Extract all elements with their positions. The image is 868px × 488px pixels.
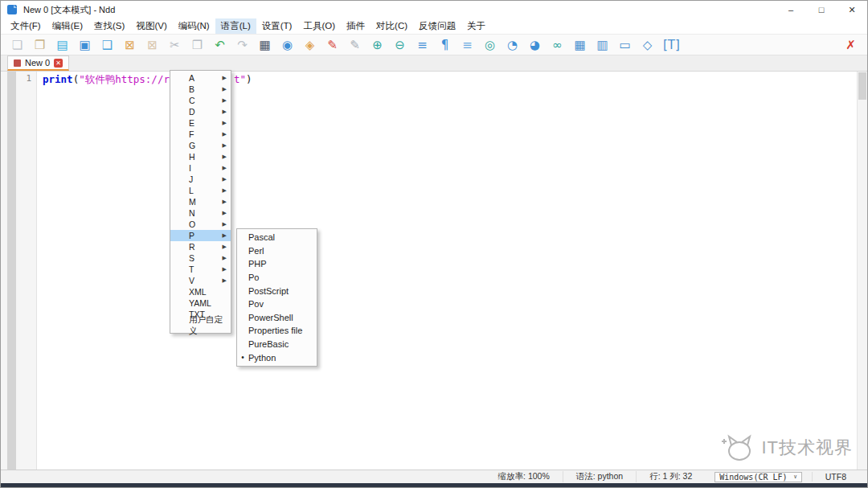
language-submenu-item[interactable]: PureBasic: [237, 338, 317, 351]
language-menu-item[interactable]: A ▶: [170, 72, 231, 84]
save-all-icon[interactable]: ▣: [78, 39, 92, 51]
language-menu-item[interactable]: T ▶: [170, 264, 231, 275]
sort-lines-icon[interactable]: ≡: [416, 39, 429, 51]
language-submenu-item[interactable]: Perl: [237, 244, 317, 258]
new-file-icon[interactable]: ❏: [10, 39, 24, 51]
link-infinity-icon[interactable]: ∞: [551, 39, 564, 51]
language-menu-item[interactable]: 用户自定义: [170, 320, 231, 331]
monitor-icon[interactable]: ▭: [618, 39, 632, 51]
text-format-icon[interactable]: [T]: [663, 39, 677, 51]
copy-icon[interactable]: ❑: [100, 39, 114, 51]
language-submenu-item-label: Pov: [248, 299, 317, 309]
language-submenu-item[interactable]: Po: [237, 271, 317, 285]
language-menu-item[interactable]: XML: [170, 286, 231, 297]
menu-item[interactable]: 视图(V): [130, 18, 172, 34]
window-title: New 0 [文本模式] - Ndd: [23, 4, 115, 16]
language-submenu-item[interactable]: Properties file: [237, 324, 317, 338]
language-menu-item-label: L: [189, 186, 223, 195]
zoom-in-icon[interactable]: ⊕: [371, 39, 384, 51]
language-menu-item[interactable]: E ▶: [170, 117, 231, 129]
tab-close-icon[interactable]: ✕: [54, 59, 63, 68]
language-submenu-item-label: PowerShell: [248, 313, 317, 322]
submenu-arrow-icon: ▶: [223, 221, 227, 228]
menu-item[interactable]: 语言(L): [215, 18, 256, 34]
language-submenu-item[interactable]: PHP: [237, 257, 317, 271]
close-red-icon[interactable]: ✗: [844, 39, 858, 51]
menu-item[interactable]: 查找(S): [88, 18, 130, 34]
language-submenu-item[interactable]: Pascal: [237, 231, 317, 244]
language-submenu-item[interactable]: PostScript: [237, 284, 317, 297]
close-doc-icon[interactable]: ⊠: [123, 39, 137, 51]
submenu-arrow-icon: ▶: [223, 277, 227, 284]
save-icon[interactable]: ▤: [55, 39, 69, 51]
column-mode-icon[interactable]: ▥: [596, 39, 609, 51]
history-clock-icon[interactable]: ◔: [506, 39, 519, 51]
language-menu-item[interactable]: D ▶: [170, 106, 231, 117]
language-menu-item[interactable]: P ▶: [170, 230, 231, 241]
language-menu-item[interactable]: I ▶: [170, 162, 231, 174]
language-menu-item-label: XML: [189, 287, 227, 297]
scrollbar-thumb[interactable]: [858, 72, 866, 100]
menu-item[interactable]: 文件(F): [5, 18, 47, 34]
menu-item[interactable]: 关于: [461, 18, 491, 34]
paste-icon[interactable]: ❒: [190, 39, 204, 51]
open-file-icon[interactable]: ❐: [33, 39, 47, 51]
share-graph-icon[interactable]: ◇: [641, 39, 654, 51]
replace-icon[interactable]: ◈: [303, 39, 317, 51]
timer-clock-icon[interactable]: ◕: [528, 39, 542, 51]
language-menu-item-label: A: [189, 73, 223, 83]
editor-area[interactable]: 1 print("软件鸭https://rt"): [1, 72, 867, 470]
minimize-button[interactable]: –: [776, 1, 806, 18]
language-submenu-item-label: Po: [248, 273, 317, 282]
print-icon[interactable]: ▦: [258, 39, 272, 51]
submenu-arrow-icon: ▶: [223, 244, 227, 250]
language-menu-item[interactable]: S ▶: [170, 252, 231, 264]
record-pencil-icon[interactable]: ✎: [326, 39, 339, 51]
focus-mode-icon[interactable]: ◎: [483, 39, 497, 51]
language-menu-item[interactable]: M ▶: [170, 196, 231, 207]
language-menu-item[interactable]: N ▶: [170, 207, 231, 219]
language-menu-item-label: G: [189, 141, 223, 150]
submenu-arrow-icon: ▶: [223, 97, 227, 104]
menu-item[interactable]: 对比(C): [371, 18, 413, 34]
eol-mode-dropdown[interactable]: Windows(CR LF) ∨: [714, 472, 802, 482]
tab-new0[interactable]: New 0 ✕: [7, 55, 69, 71]
vertical-scrollbar[interactable]: [857, 72, 867, 470]
language-menu-item[interactable]: C ▶: [170, 95, 231, 106]
cut-icon[interactable]: ✂: [168, 39, 182, 51]
language-submenu-item[interactable]: Pov: [237, 297, 317, 311]
maximize-button[interactable]: □: [806, 1, 837, 18]
language-menu-item[interactable]: L ▶: [170, 185, 231, 196]
language-menu-item[interactable]: R ▶: [170, 241, 231, 252]
find-icon[interactable]: ◉: [280, 39, 294, 51]
language-menu-item[interactable]: F ▶: [170, 129, 231, 140]
language-menu-item[interactable]: YAML: [170, 297, 231, 309]
language-menu-item[interactable]: V ▶: [170, 275, 231, 286]
redo-icon[interactable]: ↷: [235, 39, 249, 51]
indent-guide-icon[interactable]: ≡: [461, 39, 474, 51]
language-menu-item[interactable]: J ▶: [170, 174, 231, 185]
language-menu-item[interactable]: B ▶: [170, 84, 231, 95]
show-symbols-icon[interactable]: ¶: [438, 39, 452, 51]
grid-view-icon[interactable]: ▦: [573, 39, 587, 51]
menu-item[interactable]: 编码(N): [173, 18, 215, 34]
code-string-right: t": [234, 73, 246, 85]
language-submenu-item[interactable]: PowerShell: [237, 311, 317, 325]
undo-icon[interactable]: ↶: [213, 39, 227, 51]
language-menu-item[interactable]: G ▶: [170, 140, 231, 151]
menu-item[interactable]: 工具(O): [297, 18, 341, 34]
close-button[interactable]: ✕: [837, 1, 867, 18]
editor-left-edge: [1, 72, 7, 470]
language-menu-item[interactable]: O ▶: [170, 219, 231, 230]
language-menu-item[interactable]: H ▶: [170, 151, 231, 162]
menu-item[interactable]: 反馈问题: [413, 18, 461, 34]
menu-item[interactable]: 插件: [341, 18, 371, 34]
menu-item[interactable]: 编辑(E): [47, 18, 88, 34]
title-bar: New 0 [文本模式] - Ndd – □ ✕: [1, 1, 867, 18]
language-submenu-item[interactable]: • Python: [237, 351, 317, 364]
edit-pencil-icon[interactable]: ✎: [348, 39, 362, 51]
zoom-out-icon[interactable]: ⊖: [393, 39, 407, 51]
language-menu-item-label: T: [189, 265, 223, 274]
close-all-icon[interactable]: ⊠: [145, 39, 159, 51]
menu-item[interactable]: 设置(T): [256, 18, 298, 34]
